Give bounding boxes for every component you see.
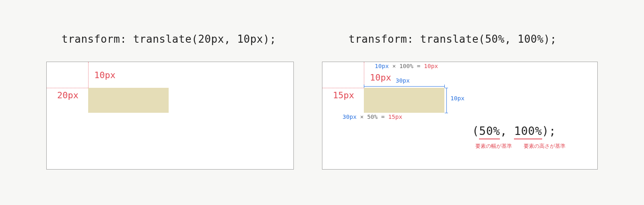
- heading-right: transform: translate(50%, 100%);: [349, 33, 557, 45]
- dim-width-line: [364, 86, 444, 87]
- dim-height-tick-top: [445, 88, 448, 88]
- callout-close: );: [542, 124, 556, 138]
- viewport-right: 10px 15px 30px 10px 10px × 100% = 10px 3…: [322, 62, 598, 170]
- guide-horizontal-right: [322, 88, 364, 88]
- offset-x-label-right: 15px: [333, 90, 354, 100]
- formula-y-eq: =: [417, 63, 421, 69]
- guide-vertical-left: [88, 62, 89, 88]
- dim-width-tick-left: [364, 85, 364, 88]
- formula-x: 30px × 50% = 15px: [343, 114, 402, 120]
- heading-left: transform: translate(20px, 10px);: [62, 33, 276, 45]
- callout-comma: ,: [500, 124, 514, 138]
- translated-element-right: [364, 88, 444, 113]
- formula-x-a: 30px: [343, 114, 357, 120]
- formula-x-op: ×: [360, 114, 364, 120]
- formula-y: 10px × 100% = 10px: [375, 63, 438, 69]
- formula-x-b: 50%: [367, 114, 378, 120]
- offset-x-label-left: 20px: [57, 90, 78, 100]
- callout: (50%, 100%);: [472, 124, 556, 138]
- caption-height-basis: 要素の高さが基準: [524, 143, 566, 150]
- callout-v1: 50%: [479, 124, 500, 139]
- dim-height-line: [446, 88, 447, 113]
- guide-vertical-right: [364, 62, 364, 88]
- dim-width-label: 30px: [396, 77, 410, 84]
- formula-x-result: 15px: [388, 114, 402, 120]
- formula-y-op: ×: [392, 63, 396, 69]
- dim-height-label: 10px: [450, 95, 464, 101]
- formula-y-b: 100%: [399, 63, 413, 69]
- dim-width-tick-right: [444, 85, 445, 88]
- callout-open: (: [472, 124, 479, 138]
- callout-v2: 100%: [514, 124, 542, 139]
- dim-height-tick-bot: [445, 113, 448, 113]
- viewport-left: 10px 20px: [46, 62, 294, 170]
- formula-x-eq: =: [381, 114, 385, 120]
- caption-width-basis: 要素の幅が基準: [475, 143, 512, 150]
- formula-y-result: 10px: [424, 63, 438, 69]
- formula-y-a: 10px: [375, 63, 389, 69]
- offset-y-label-right: 10px: [370, 72, 391, 83]
- offset-y-label-left: 10px: [94, 70, 116, 80]
- translated-element-left: [88, 88, 169, 113]
- guide-horizontal-left: [47, 88, 88, 88]
